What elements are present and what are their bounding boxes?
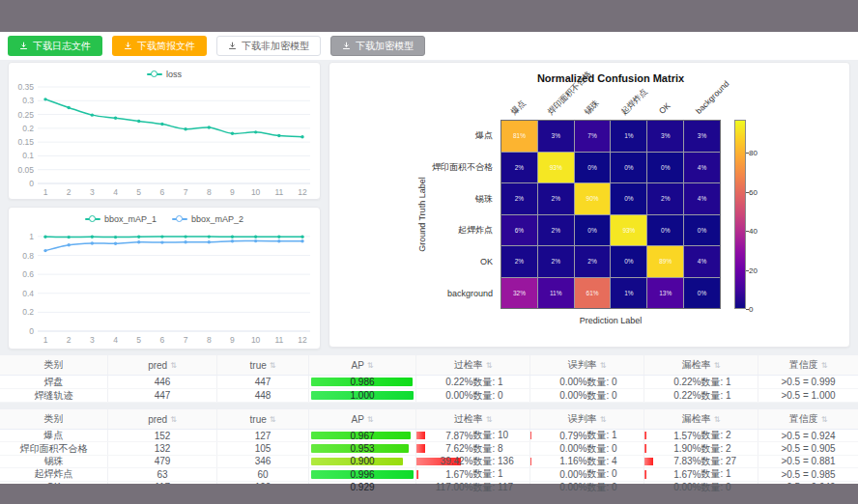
legend-marker-icon	[85, 215, 100, 223]
mis-rate-cell: 0.00%数量: 0	[530, 389, 644, 402]
download-unencrypted-model-button[interactable]: 下载非加密模型	[216, 36, 321, 56]
rate-count: 数量: 1	[473, 376, 526, 388]
svg-text:0.6: 0.6	[22, 269, 34, 279]
header-ap[interactable]: AP⇅	[309, 409, 416, 429]
miss-rate-cell: 1.90%数量: 2	[644, 442, 758, 454]
rate-count: 数量: 2	[701, 430, 754, 441]
svg-text:11: 11	[274, 187, 283, 197]
header-miss-rate[interactable]: 漏检率⇅	[644, 355, 758, 375]
over-rate-cell: 0.22%数量: 1	[416, 376, 530, 388]
map-chart: 00.20.40.60.81123456789101112	[9, 226, 320, 345]
mis-rate-cell: 0.00%数量: 0	[530, 468, 644, 480]
legend-label: bbox_mAP_1	[104, 214, 157, 224]
table-row: 焊印面积不合格1321050.9537.62%数量: 80.00%数量: 01.…	[0, 442, 858, 455]
pred-cell: 152	[108, 430, 217, 441]
sort-icon[interactable]: ⇅	[367, 361, 374, 370]
pred-cell: 479	[108, 456, 217, 467]
sort-icon[interactable]: ⇅	[714, 361, 721, 370]
header-true[interactable]: true⇅	[217, 409, 309, 429]
download-report-button[interactable]: 下载简报文件	[112, 36, 207, 56]
charts-column: loss 00.050.10.150.20.250.30.35123456789…	[8, 62, 321, 350]
sort-icon[interactable]: ⇅	[600, 415, 607, 424]
confidence-cell: >0.5 = 0.924	[758, 430, 858, 441]
header-misjudge-rate[interactable]: 误判率⇅	[530, 409, 644, 429]
rate-value: 0.00%	[535, 377, 587, 387]
rate-count: 数量: 136	[473, 456, 526, 467]
sort-icon[interactable]: ⇅	[270, 415, 276, 424]
sort-icon[interactable]: ⇅	[486, 415, 493, 424]
toolbar: 下载日志文件下载简报文件下载非加密模型下载加密模型	[0, 32, 858, 60]
header-label: 误判率	[568, 358, 597, 372]
sort-icon[interactable]: ⇅	[714, 415, 721, 424]
rate-count: 数量: 1	[473, 468, 526, 480]
sort-icon[interactable]: ⇅	[170, 361, 177, 370]
legend-item-bbox_mAP_1[interactable]: bbox_mAP_1	[85, 214, 157, 224]
sort-icon[interactable]: ⇅	[600, 361, 607, 370]
header-misjudge-rate[interactable]: 误判率⇅	[530, 355, 644, 375]
matrix-cell: 0%	[611, 183, 646, 214]
pred-cell: 447	[108, 389, 217, 402]
sort-icon[interactable]: ⇅	[170, 415, 177, 424]
svg-text:4: 4	[113, 335, 118, 345]
matrix-x-axis-label: Prediction Label	[500, 316, 721, 325]
matrix-cell: 4%	[684, 153, 720, 183]
matrix-row-label: 起焊炸点	[329, 225, 493, 235]
header-ap[interactable]: AP⇅	[309, 355, 416, 375]
header-category: 类别	[0, 409, 108, 429]
svg-text:9: 9	[230, 335, 235, 345]
legend-marker-icon	[172, 215, 187, 223]
header-pred[interactable]: pred⇅	[108, 355, 217, 375]
true-cell: 447	[217, 376, 309, 388]
rate-value: 0.00%	[421, 390, 473, 401]
rate-count: 数量: 0	[473, 389, 526, 402]
rate-value: 39.42%	[421, 456, 473, 466]
matrix-cell: 11%	[538, 278, 574, 309]
header-over-rate[interactable]: 过检率⇅	[416, 355, 530, 375]
mis-rate-cell: 0.00%数量: 0	[530, 442, 644, 454]
rate-value: 0.22%	[421, 377, 473, 387]
svg-text:9: 9	[230, 187, 235, 197]
rate-bar	[644, 432, 646, 439]
loss-chart-card: loss 00.050.10.150.20.250.30.35123456789…	[8, 62, 321, 200]
sort-icon[interactable]: ⇅	[821, 361, 828, 370]
header-confidence[interactable]: 置信度⇅	[758, 355, 858, 375]
rate-count: 数量: 8	[473, 442, 526, 454]
header-pred[interactable]: pred⇅	[108, 409, 217, 429]
header-miss-rate[interactable]: 漏检率⇅	[644, 409, 758, 429]
mis-rate-cell: 1.16%数量: 4	[530, 456, 644, 467]
header-confidence[interactable]: 置信度⇅	[758, 409, 858, 429]
rate-count: 数量: 0	[701, 482, 754, 493]
sort-icon[interactable]: ⇅	[367, 415, 374, 424]
rate-value: 7.62%	[421, 443, 473, 454]
svg-text:2: 2	[67, 187, 72, 197]
matrix-cell: 0%	[575, 215, 611, 246]
sort-icon[interactable]: ⇅	[270, 361, 276, 370]
sort-icon[interactable]: ⇅	[486, 361, 493, 370]
legend-item-bbox_mAP_2[interactable]: bbox_mAP_2	[172, 214, 243, 224]
mis-rate-cell: 0.00%数量: 0	[530, 376, 644, 388]
rate-count: 数量: 0	[587, 482, 640, 493]
download-encrypted-model-button[interactable]: 下载加密模型	[330, 36, 425, 56]
colorbar-tick-label: 40	[749, 227, 758, 236]
svg-text:5: 5	[136, 335, 141, 345]
sort-icon[interactable]: ⇅	[821, 415, 828, 424]
matrix-cell: 3%	[684, 121, 720, 152]
top-band	[0, 0, 858, 32]
mis-rate-cell: 0.00%数量: 0	[530, 482, 644, 493]
confusion-matrix-title: Normalized Confusion Matrix	[481, 72, 740, 84]
colorbar-tick-label: 0	[749, 305, 753, 314]
download-log-button[interactable]: 下载日志文件	[8, 36, 102, 56]
matrix-cell: 0%	[647, 215, 683, 246]
header-over-rate[interactable]: 过检率⇅	[416, 409, 530, 429]
ap-value: 0.900	[350, 456, 374, 466]
header-true[interactable]: true⇅	[217, 355, 309, 375]
metrics-table-1: 类别pred⇅true⇅AP⇅过检率⇅误判率⇅漏检率⇅置信度⇅焊盘4464470…	[0, 355, 858, 403]
matrix-cell: 0%	[684, 215, 720, 246]
true-cell: 60	[217, 468, 309, 480]
table-row: 爆点1521270.9677.87%数量: 100.79%数量: 11.57%数…	[0, 430, 858, 442]
metrics-tables: 类别pred⇅true⇅AP⇅过检率⇅误判率⇅漏检率⇅置信度⇅焊盘4464470…	[0, 355, 858, 494]
mis-rate-cell: 0.79%数量: 1	[530, 430, 644, 441]
matrix-row-label: 爆点	[329, 130, 493, 140]
legend-item-loss[interactable]: loss	[147, 70, 182, 79]
over-rate-cell: 7.62%数量: 8	[416, 442, 530, 454]
